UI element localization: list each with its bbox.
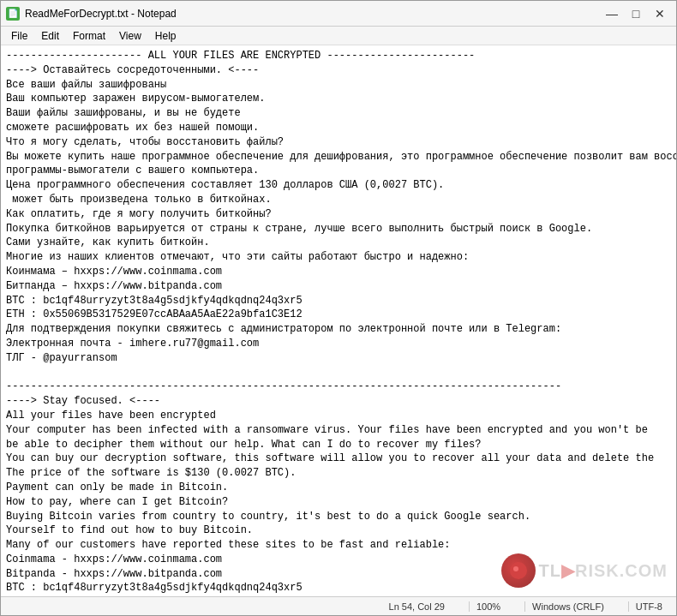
minimize-button[interactable]: — [601,4,623,23]
menu-bar: File Edit Format View Help [1,27,676,45]
title-bar: 📄 ReadMeForDecrypt.txt - Notepad — □ ✕ [1,1,676,27]
menu-format[interactable]: Format [66,28,112,44]
menu-file[interactable]: File [4,28,34,44]
app-icon: 📄 [6,7,20,21]
status-bar: Ln 54, Col 29 100% Windows (CRLF) UTF-8 [1,596,676,615]
zoom-status: 100% [469,601,507,612]
encoding-status: UTF-8 [628,601,669,612]
text-content-wrapper: TL▶RISK.COM [1,45,676,596]
window-controls: — □ ✕ [601,4,671,23]
line-ending-status: Windows (CRLF) [524,601,611,612]
close-button[interactable]: ✕ [649,4,671,23]
title-bar-left: 📄 ReadMeForDecrypt.txt - Notepad [6,7,177,21]
menu-help[interactable]: Help [148,28,183,44]
menu-edit[interactable]: Edit [34,28,66,44]
notepad-window: 📄 ReadMeForDecrypt.txt - Notepad — □ ✕ F… [0,0,677,616]
line-col-status: Ln 54, Col 29 [382,601,452,612]
menu-view[interactable]: View [112,28,148,44]
window-title: ReadMeForDecrypt.txt - Notepad [25,8,177,20]
maximize-button[interactable]: □ [625,4,647,23]
text-editor[interactable] [1,45,676,596]
